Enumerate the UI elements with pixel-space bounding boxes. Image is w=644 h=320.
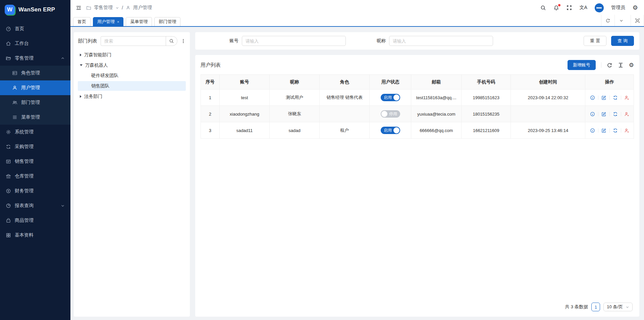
table-header-row: 序号 账号 昵称 角色 用户状态 邮箱 手机号码 创建时间 操作	[201, 75, 634, 89]
cell-index: 2	[201, 106, 220, 122]
main-column: 零售管理 / 用户管理	[70, 0, 644, 320]
sidebar-item-sales-management[interactable]: 销售管理	[0, 154, 70, 169]
sidebar-item-purchase-management[interactable]: 采购管理	[0, 139, 70, 154]
pagination-page-1[interactable]: 1	[591, 303, 600, 311]
close-icon[interactable]: ×	[117, 20, 119, 24]
cell-index: 1	[201, 89, 220, 106]
cell-phone: 19985151623	[462, 89, 511, 106]
tab-department-management[interactable]: 部门管理	[154, 17, 180, 26]
sidebar-item-department-management[interactable]: 部门管理	[0, 95, 70, 110]
user-delete-icon[interactable]	[624, 112, 629, 117]
sidebar-item-user-management[interactable]: 用户管理	[0, 80, 70, 95]
sidebar-item-menu-management[interactable]: 菜单管理	[0, 110, 70, 125]
table-row: 2 xiaodongzhang 张晓东 停用	[201, 106, 634, 122]
brand-name: WanSen ERP	[18, 6, 55, 13]
sidebar-item-basic-data[interactable]: 基本资料	[0, 228, 70, 243]
sidebar-item-product-management[interactable]: 商品管理	[0, 213, 70, 228]
edit-icon[interactable]	[601, 112, 606, 117]
breadcrumb-parent[interactable]: 零售管理	[94, 5, 113, 11]
bag-icon	[6, 218, 11, 223]
tree-item[interactable]: 硬件研发团队	[78, 71, 186, 80]
sync-icon[interactable]	[613, 95, 618, 100]
tabs-dropdown-icon[interactable]	[614, 15, 628, 26]
status-toggle[interactable]: 启用	[381, 127, 400, 134]
account-input[interactable]	[242, 36, 346, 46]
fullscreen-icon[interactable]	[567, 5, 572, 11]
tab-user-management[interactable]: 用户管理 ×	[93, 17, 123, 26]
edit-icon[interactable]	[601, 128, 606, 133]
divider	[601, 62, 601, 68]
sidebar-item-label: 零售管理	[15, 55, 34, 61]
user-list-card: 用户列表 新增账号 ⚙	[195, 55, 639, 317]
chevron-up-icon	[61, 56, 65, 60]
info-icon[interactable]	[590, 128, 595, 133]
sidebar-item-workbench[interactable]: 工作台	[0, 36, 70, 51]
account-label: 账号	[229, 38, 238, 44]
department-search-input[interactable]	[101, 39, 166, 44]
info-icon[interactable]	[590, 95, 595, 100]
tree-item-selected[interactable]: 销售团队	[78, 81, 186, 91]
tree-item[interactable]: 法务部门	[78, 91, 186, 101]
chevron-down-icon[interactable]	[115, 6, 119, 10]
cell-created: 2023-09-25 13:46:14	[511, 122, 585, 139]
search-icon[interactable]	[166, 37, 177, 46]
nickname-input[interactable]	[389, 36, 493, 46]
user-delete-icon[interactable]	[624, 128, 629, 133]
department-panel: 部门列表 万森智能部门	[74, 32, 190, 317]
bell-icon[interactable]	[553, 5, 559, 11]
cell-email: 666666@qq.com	[411, 122, 462, 139]
tree-item[interactable]: 万森机器人	[78, 60, 186, 70]
folder-icon	[86, 5, 91, 10]
sync-icon[interactable]	[613, 112, 618, 117]
tree-item[interactable]: 万森智能部门	[78, 50, 186, 60]
column-height-icon[interactable]	[618, 62, 624, 68]
edit-icon[interactable]	[601, 95, 606, 100]
sidebar: W WanSen ERP 首页 工作台 零售管理	[0, 0, 70, 320]
tab-home[interactable]: 首页	[73, 17, 91, 26]
translate-icon[interactable]: 文A	[580, 5, 587, 11]
sidebar-item-retail-management[interactable]: 零售管理	[0, 51, 70, 66]
sidebar-item-finance-management[interactable]: 财务管理	[0, 184, 70, 198]
tab-menu-management[interactable]: 菜单管理	[126, 17, 152, 26]
refresh-tabs-icon[interactable]	[601, 15, 614, 26]
cell-actions	[585, 106, 634, 122]
maximize-icon[interactable]	[631, 15, 644, 26]
cell-account: xiaodongzhang	[219, 106, 270, 122]
status-toggle[interactable]: 停用	[381, 110, 400, 118]
col-index: 序号	[201, 75, 220, 89]
chevron-down-icon	[61, 204, 65, 208]
toggle-knob	[393, 94, 399, 101]
search-button[interactable]: 查询	[611, 36, 634, 46]
settings-icon[interactable]: ⚙	[629, 62, 634, 68]
more-vertical-icon[interactable]	[181, 39, 186, 44]
menu-fold-icon[interactable]	[76, 5, 82, 11]
add-account-button[interactable]: 新增账号	[568, 60, 596, 70]
sidebar-item-warehouse-management[interactable]: 仓库管理	[0, 169, 70, 184]
sidebar-item-label: 采购管理	[15, 144, 34, 150]
gear-icon[interactable]: ⚙	[633, 5, 638, 11]
reset-button[interactable]: 重置	[584, 36, 606, 46]
caret-right-icon[interactable]	[80, 95, 82, 98]
sidebar-item-report-query[interactable]: 报表查询	[0, 198, 70, 213]
user-delete-icon[interactable]	[624, 95, 629, 100]
status-toggle[interactable]: 启用	[381, 94, 400, 101]
toggle-knob	[381, 111, 387, 117]
sidebar-item-role-management[interactable]: 角色管理	[0, 66, 70, 80]
user-name[interactable]: 管理员	[611, 5, 625, 11]
cell-actions	[585, 122, 634, 139]
refresh-icon[interactable]	[607, 62, 612, 68]
brand[interactable]: W WanSen ERP	[0, 0, 70, 19]
caret-down-icon[interactable]	[80, 64, 83, 66]
info-icon[interactable]	[590, 112, 595, 117]
avatar[interactable]	[595, 3, 604, 12]
sidebar-item-dashboard[interactable]: 首页	[0, 21, 70, 36]
breadcrumb-current: 用户管理	[133, 5, 152, 11]
sidebar-item-system-management[interactable]: 系统管理	[0, 125, 70, 139]
page-size-select[interactable]: 10 条/页	[603, 303, 633, 311]
search-icon[interactable]	[540, 5, 546, 11]
filter-bar: 账号 昵称 重置 查询	[195, 32, 639, 50]
caret-right-icon[interactable]	[80, 54, 82, 56]
pie-chart-icon	[6, 203, 11, 208]
sidebar-item-label: 菜单管理	[21, 114, 40, 120]
sync-icon[interactable]	[613, 128, 618, 133]
